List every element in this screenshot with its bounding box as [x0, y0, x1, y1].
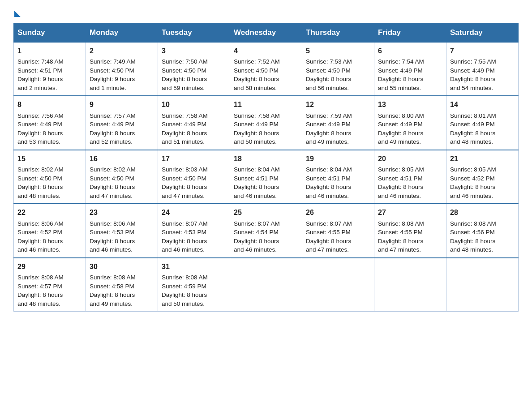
day-number: 1 [17, 46, 82, 56]
daylight-line2: and 49 minutes. [378, 137, 442, 146]
day-number: 6 [378, 46, 442, 56]
daylight-line1: Daylight: 8 hours [17, 237, 82, 246]
calendar-cell [302, 258, 374, 312]
sunset-text: Sunset: 4:55 PM [306, 228, 370, 237]
sunset-text: Sunset: 4:51 PM [378, 174, 442, 183]
sunset-text: Sunset: 4:49 PM [17, 120, 82, 129]
sunrise-text: Sunrise: 8:05 AM [450, 165, 515, 174]
daylight-line1: Daylight: 8 hours [306, 237, 370, 246]
calendar-cell: 3Sunrise: 7:50 AMSunset: 4:50 PMDaylight… [158, 42, 230, 96]
day-number: 23 [90, 207, 154, 218]
sunset-text: Sunset: 4:53 PM [90, 228, 154, 237]
calendar-week-row: 8Sunrise: 7:56 AMSunset: 4:49 PMDaylight… [14, 96, 519, 150]
sunrise-text: Sunrise: 8:08 AM [90, 273, 154, 282]
sunset-text: Sunset: 4:50 PM [162, 66, 226, 75]
daylight-line2: and 46 minutes. [162, 245, 226, 254]
daylight-line2: and 50 minutes. [162, 300, 226, 308]
daylight-line1: Daylight: 8 hours [234, 75, 298, 84]
sunset-text: Sunset: 4:52 PM [17, 228, 82, 237]
daylight-line2: and 1 minute. [90, 84, 154, 93]
daylight-line2: and 48 minutes. [450, 245, 515, 254]
day-number: 29 [17, 261, 82, 272]
day-number: 26 [306, 207, 370, 218]
daylight-line2: and 50 minutes. [234, 137, 298, 146]
daylight-line2: and 46 minutes. [378, 192, 442, 201]
sunset-text: Sunset: 4:49 PM [450, 120, 515, 129]
sunrise-text: Sunrise: 8:04 AM [234, 165, 298, 174]
calendar-cell: 11Sunrise: 7:58 AMSunset: 4:49 PMDayligh… [230, 96, 302, 150]
daylight-line2: and 52 minutes. [90, 137, 154, 146]
sunset-text: Sunset: 4:56 PM [450, 228, 515, 237]
sunset-text: Sunset: 4:49 PM [234, 120, 298, 129]
sunset-text: Sunset: 4:49 PM [162, 120, 226, 129]
day-number: 20 [378, 154, 442, 164]
day-header-friday: Friday [374, 24, 446, 43]
daylight-line2: and 48 minutes. [17, 300, 82, 308]
daylight-line1: Daylight: 8 hours [162, 237, 226, 246]
day-number: 11 [234, 99, 298, 110]
day-number: 9 [90, 99, 154, 110]
daylight-line2: and 47 minutes. [378, 245, 442, 254]
logo-arrow-icon [14, 11, 21, 17]
calendar-cell: 29Sunrise: 8:08 AMSunset: 4:57 PMDayligh… [14, 258, 86, 312]
page-header [13, 9, 519, 15]
daylight-line2: and 48 minutes. [450, 137, 515, 146]
calendar-cell: 31Sunrise: 8:08 AMSunset: 4:59 PMDayligh… [158, 258, 230, 312]
calendar-cell: 25Sunrise: 8:07 AMSunset: 4:54 PMDayligh… [230, 204, 302, 257]
daylight-line1: Daylight: 8 hours [234, 183, 298, 192]
day-number: 30 [90, 261, 154, 272]
calendar-cell: 16Sunrise: 8:02 AMSunset: 4:50 PMDayligh… [86, 150, 158, 204]
calendar-week-row: 1Sunrise: 7:48 AMSunset: 4:51 PMDaylight… [14, 42, 519, 96]
daylight-line1: Daylight: 9 hours [17, 75, 82, 84]
calendar-cell: 17Sunrise: 8:03 AMSunset: 4:50 PMDayligh… [158, 150, 230, 204]
daylight-line2: and 58 minutes. [234, 84, 298, 93]
day-header-tuesday: Tuesday [158, 24, 230, 43]
sunrise-text: Sunrise: 8:02 AM [90, 165, 154, 174]
sunset-text: Sunset: 4:50 PM [234, 66, 298, 75]
sunset-text: Sunset: 4:53 PM [162, 228, 226, 237]
sunset-text: Sunset: 4:59 PM [162, 282, 226, 291]
sunrise-text: Sunrise: 8:08 AM [17, 273, 82, 282]
sunset-text: Sunset: 4:51 PM [234, 174, 298, 183]
calendar-cell: 20Sunrise: 8:05 AMSunset: 4:51 PMDayligh… [374, 150, 446, 204]
daylight-line2: and 47 minutes. [306, 245, 370, 254]
sunrise-text: Sunrise: 7:50 AM [162, 57, 226, 66]
calendar-cell: 26Sunrise: 8:07 AMSunset: 4:55 PMDayligh… [302, 204, 374, 257]
calendar-cell: 1Sunrise: 7:48 AMSunset: 4:51 PMDaylight… [14, 42, 86, 96]
day-number: 3 [162, 46, 226, 56]
sunset-text: Sunset: 4:52 PM [450, 174, 515, 183]
sunrise-text: Sunrise: 8:07 AM [162, 219, 226, 228]
daylight-line2: and 47 minutes. [162, 192, 226, 201]
daylight-line2: and 47 minutes. [90, 192, 154, 201]
calendar-cell [446, 258, 519, 312]
daylight-line2: and 2 minutes. [17, 84, 82, 93]
sunrise-text: Sunrise: 8:06 AM [17, 219, 82, 228]
day-header-monday: Monday [86, 24, 158, 43]
sunset-text: Sunset: 4:50 PM [17, 174, 82, 183]
sunset-text: Sunset: 4:50 PM [90, 66, 154, 75]
calendar-week-row: 22Sunrise: 8:06 AMSunset: 4:52 PMDayligh… [14, 204, 519, 257]
sunrise-text: Sunrise: 7:53 AM [306, 57, 370, 66]
day-number: 4 [234, 46, 298, 56]
daylight-line2: and 46 minutes. [17, 245, 82, 254]
daylight-line1: Daylight: 8 hours [450, 75, 515, 84]
daylight-line1: Daylight: 8 hours [17, 291, 82, 300]
day-header-sunday: Sunday [14, 24, 86, 43]
calendar-cell: 9Sunrise: 7:57 AMSunset: 4:49 PMDaylight… [86, 96, 158, 150]
calendar-cell: 30Sunrise: 8:08 AMSunset: 4:58 PMDayligh… [86, 258, 158, 312]
sunrise-text: Sunrise: 7:56 AM [17, 111, 82, 120]
day-number: 16 [90, 154, 154, 164]
day-number: 19 [306, 154, 370, 164]
sunset-text: Sunset: 4:50 PM [90, 174, 154, 183]
sunrise-text: Sunrise: 7:59 AM [306, 111, 370, 120]
daylight-line2: and 49 minutes. [90, 300, 154, 308]
calendar-table: SundayMondayTuesdayWednesdayThursdayFrid… [13, 23, 519, 312]
day-number: 18 [234, 154, 298, 164]
sunrise-text: Sunrise: 8:08 AM [450, 219, 515, 228]
sunrise-text: Sunrise: 8:01 AM [450, 111, 515, 120]
sunrise-text: Sunrise: 7:49 AM [90, 57, 154, 66]
sunset-text: Sunset: 4:54 PM [234, 228, 298, 237]
daylight-line2: and 48 minutes. [17, 192, 82, 201]
day-number: 5 [306, 46, 370, 56]
sunrise-text: Sunrise: 8:07 AM [306, 219, 370, 228]
